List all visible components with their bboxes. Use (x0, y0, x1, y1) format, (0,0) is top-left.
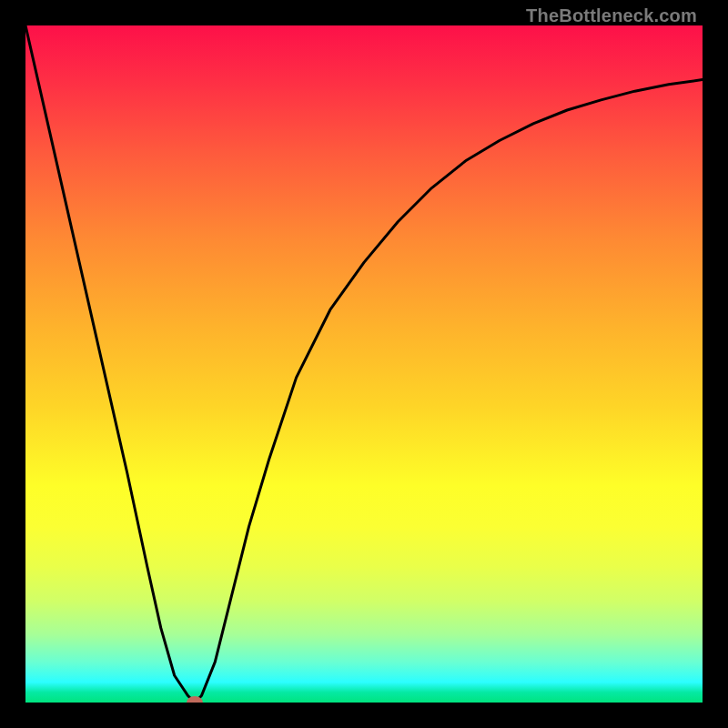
attribution-text: TheBottleneck.com (526, 5, 697, 26)
chart-container: TheBottleneck.com (0, 0, 728, 728)
plot-background (25, 25, 703, 703)
